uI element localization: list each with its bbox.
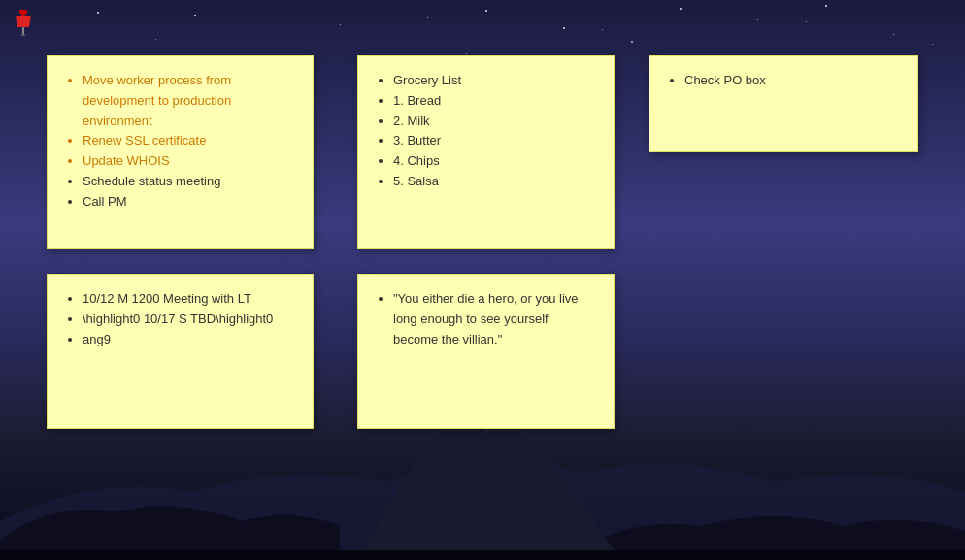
note-4-item-1: 10/12 M 1200 Meeting with LT (83, 289, 295, 310)
note-2-item-6: 5. Salsa (393, 172, 596, 192)
notes-container: Move worker process from development to … (0, 0, 965, 560)
note-2-item-5: 4. Chips (393, 151, 596, 172)
note-1-item-4: Schedule status meeting (83, 172, 295, 192)
taskbar-pushpin-icon[interactable] (8, 8, 39, 39)
svg-marker-3 (16, 16, 31, 27)
note-1-list: Move worker process from development to … (65, 71, 295, 213)
sticky-note-5[interactable]: "You either die a hero, or you live long… (357, 274, 615, 429)
svg-rect-1 (19, 10, 27, 14)
note-5-item-1: "You either die a hero, or you live long… (393, 289, 596, 349)
sticky-note-1[interactable]: Move worker process from development to … (47, 55, 314, 249)
note-3-item-1: Check PO box (684, 71, 900, 91)
note-5-list: "You either die a hero, or you live long… (376, 289, 596, 349)
svg-rect-4 (22, 27, 24, 35)
note-1-item-1: Move worker process from development to … (83, 71, 295, 131)
note-4-list: 10/12 M 1200 Meeting with LT \highlight0… (65, 289, 295, 349)
note-2-list: Grocery List 1. Bread 2. Milk 3. Butter … (376, 71, 596, 192)
note-1-item-2: Renew SSL certificate (83, 131, 295, 151)
note-1-item-5: Call PM (83, 192, 295, 213)
svg-point-5 (21, 34, 25, 36)
note-4-item-3: ang9 (83, 330, 295, 350)
sticky-note-4[interactable]: 10/12 M 1200 Meeting with LT \highlight0… (47, 274, 314, 429)
sticky-note-2[interactable]: Grocery List 1. Bread 2. Milk 3. Butter … (357, 55, 615, 249)
note-2-item-4: 3. Butter (393, 131, 596, 151)
note-1-item-3: Update WHOIS (83, 151, 295, 172)
note-3-list: Check PO box (667, 71, 900, 91)
note-4-item-2: \highlight0 10/17 S TBD\highlight0 (83, 310, 295, 330)
note-2-item-1: Grocery List (393, 71, 596, 91)
sticky-note-3[interactable]: Check PO box (649, 55, 918, 152)
note-2-item-2: 1. Bread (393, 91, 596, 112)
note-2-item-3: 2. Milk (393, 112, 596, 132)
